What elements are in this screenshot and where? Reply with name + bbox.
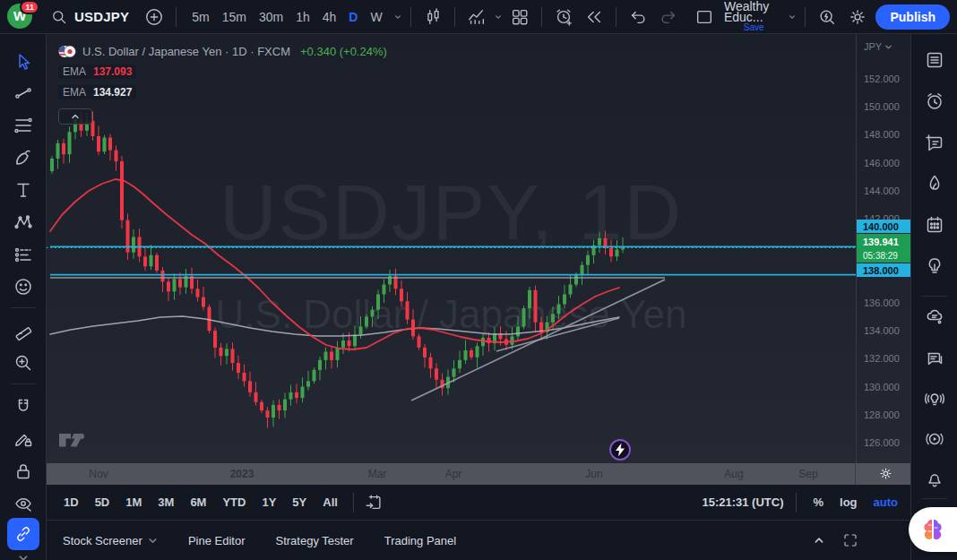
forecast-tool-button[interactable]: [10, 241, 37, 268]
tab-strategy-tester[interactable]: Strategy Tester: [275, 534, 353, 547]
tab-pine-editor[interactable]: Pine Editor: [188, 534, 246, 547]
notes-button[interactable]: [921, 129, 948, 156]
hotlists-button[interactable]: [921, 170, 948, 197]
log-scale-toggle[interactable]: log: [836, 494, 861, 511]
range-button-all[interactable]: All: [315, 491, 346, 514]
legend-indicator-row[interactable]: EMA 134.927: [58, 85, 136, 99]
percent-scale-toggle[interactable]: %: [809, 494, 827, 511]
toolbar-separator: [11, 383, 36, 384]
range-button-5d[interactable]: 5D: [87, 491, 118, 514]
chat-button[interactable]: [921, 345, 948, 372]
text-tool-button[interactable]: [10, 177, 37, 203]
range-button-5y[interactable]: 5Y: [284, 491, 315, 514]
calendar-button[interactable]: [921, 211, 948, 238]
watchlist-button[interactable]: [921, 47, 948, 73]
interval-button-15m[interactable]: 15m: [216, 5, 253, 29]
price-tick: 130.000: [864, 382, 900, 392]
toolbar-separator: [454, 7, 455, 27]
chevron-down-icon: [148, 536, 158, 546]
range-button-6m[interactable]: 6M: [182, 491, 214, 514]
publish-button[interactable]: Publish: [875, 4, 950, 30]
price-tick: 134.000: [864, 325, 900, 336]
streams-button[interactable]: [921, 426, 948, 452]
layout-save-label[interactable]: Save: [744, 22, 764, 33]
clock-utc[interactable]: 15:21:31 (UTC): [702, 495, 783, 509]
user-avatar[interactable]: W 11: [7, 4, 34, 30]
sidebar-separator: [922, 498, 947, 499]
interval-menu-chevron-down-icon[interactable]: [394, 12, 401, 22]
fullscreen-icon[interactable]: [842, 532, 858, 548]
pane-collapse-button[interactable]: [58, 108, 92, 125]
stay-in-drawing-mode-button[interactable]: [10, 426, 37, 452]
tab-stock-screener[interactable]: Stock Screener: [63, 534, 158, 547]
chart-settings-button[interactable]: [845, 4, 870, 30]
interval-button-1h[interactable]: 1h: [289, 5, 316, 29]
legend-indicator-row[interactable]: EMA 137.093: [58, 65, 136, 79]
chart-plot-area[interactable]: USDJPY, 1D U.S. Dollar / Japanese Yen U.…: [47, 34, 856, 463]
lightning-publish-idea-button[interactable]: [608, 438, 632, 463]
chart-style-button[interactable]: [420, 4, 445, 30]
time-axis-settings-button[interactable]: [878, 466, 893, 481]
auto-scale-toggle[interactable]: auto: [870, 494, 901, 511]
hide-all-drawings-button[interactable]: [10, 490, 37, 517]
range-button-1d[interactable]: 1D: [56, 491, 87, 514]
lock-all-drawings-button[interactable]: [10, 458, 37, 485]
layout-menu-chevron-down-icon[interactable]: [789, 12, 796, 22]
trend-line-tool-button[interactable]: [10, 80, 37, 107]
alerts-button[interactable]: [921, 88, 948, 115]
symbol-search[interactable]: USDJPY: [43, 4, 136, 30]
minds-button[interactable]: [921, 304, 948, 331]
compare-add-symbol-button[interactable]: [142, 4, 167, 30]
live-ideas-button[interactable]: [921, 385, 948, 412]
time-tick-nov: Nov: [89, 468, 108, 480]
quick-search-button[interactable]: [815, 4, 840, 30]
toolbar-separator: [616, 7, 616, 27]
ai-assistant-button[interactable]: [909, 507, 957, 552]
redo-button[interactable]: [656, 4, 681, 30]
interval-button-5m[interactable]: 5m: [185, 5, 215, 29]
panel-expand-chevron-up-icon[interactable]: [812, 535, 826, 546]
lock-icon: [13, 461, 34, 482]
price-level-label-upper[interactable]: 140.000: [857, 220, 910, 233]
alarm-clock-plus-icon: [554, 6, 573, 28]
indicator-value: 137.093: [93, 65, 132, 78]
interval-button-W[interactable]: W: [364, 5, 388, 29]
create-alert-button[interactable]: [551, 4, 576, 30]
price-axis-currency[interactable]: JPY: [864, 41, 892, 52]
interval-button-30m[interactable]: 30m: [253, 5, 289, 29]
tab-trading-panel[interactable]: Trading Panel: [384, 534, 456, 547]
cursor-tool-button[interactable]: [10, 48, 37, 75]
emoji-tool-button[interactable]: [10, 273, 37, 300]
undo-button[interactable]: [625, 4, 651, 30]
interval-button-D[interactable]: D: [342, 5, 364, 29]
last-price-label[interactable]: 139.941: [857, 234, 910, 249]
indicators-button[interactable]: [464, 4, 489, 30]
layout-select-button[interactable]: [692, 4, 717, 30]
price-level-label-lower[interactable]: 138.000: [857, 263, 910, 277]
measure-tool-button[interactable]: [10, 317, 37, 344]
notifications-button[interactable]: [921, 465, 948, 492]
time-axis[interactable]: Nov2023MarAprJunAugSep: [47, 463, 910, 485]
brush-tool-button[interactable]: [10, 144, 37, 171]
layout-name-control[interactable]: Wealthy Educ... Save: [724, 1, 783, 33]
drawing-toolbar-collapse-button[interactable]: [10, 552, 37, 560]
layout-rectangle-icon: [694, 6, 714, 28]
price-axis[interactable]: JPY 152.000150.000148.000146.000144.0001…: [856, 34, 910, 463]
pattern-tool-button[interactable]: [10, 209, 37, 236]
toolbar-separator: [11, 307, 36, 308]
bar-replay-button[interactable]: [582, 4, 607, 30]
object-tree-sync-button[interactable]: [7, 518, 39, 550]
interval-button-4h[interactable]: 4h: [316, 5, 343, 29]
zoom-in-tool-button[interactable]: [10, 349, 37, 376]
ideas-button[interactable]: [921, 253, 948, 280]
range-button-1y[interactable]: 1Y: [254, 491, 284, 514]
go-to-date-button[interactable]: [361, 490, 386, 515]
indicators-menu-chevron-down-icon[interactable]: [495, 12, 502, 22]
magnet-mode-button[interactable]: [10, 393, 37, 420]
fib-retracement-tool-button[interactable]: [10, 112, 37, 139]
layout-grid-button[interactable]: [507, 4, 532, 30]
legend-symbol-row[interactable]: U.S. Dollar / Japanese Yen · 1D · FXCM +…: [58, 45, 387, 58]
range-button-3m[interactable]: 3M: [150, 491, 182, 514]
range-button-1m[interactable]: 1M: [117, 491, 150, 514]
range-button-ytd[interactable]: YTD: [214, 491, 254, 514]
